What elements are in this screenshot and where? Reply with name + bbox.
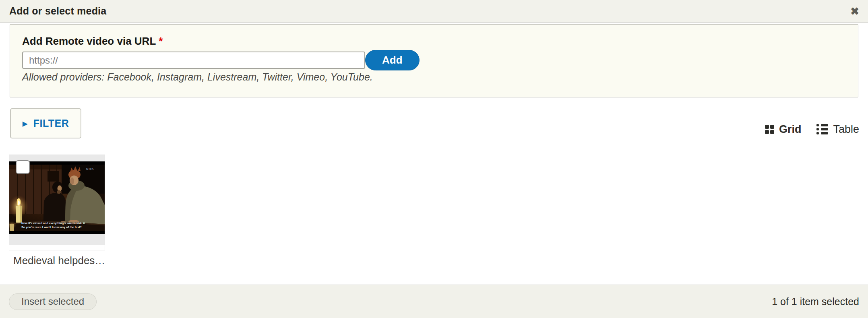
grid-view-label: Grid (779, 123, 802, 136)
media-item-name: Medieval helpdes… (13, 254, 105, 267)
filter-label: FILTER (33, 118, 69, 129)
allowed-providers-description: Allowed providers: Facebook, Instagram, … (22, 71, 373, 83)
url-field-label: Add Remote video via URL* (22, 35, 163, 47)
close-button[interactable]: ✖ (847, 5, 862, 17)
subtitle-line-1: Now it's closed and everything's save in… (21, 221, 86, 225)
view-toggle-table[interactable]: Table (816, 123, 859, 136)
view-toggle-grid[interactable]: Grid (765, 123, 802, 136)
disclosure-triangle-icon: ▶ (23, 120, 28, 127)
close-icon: ✖ (850, 5, 859, 17)
selection-status: 1 of 1 item selected (772, 296, 859, 308)
grid-icon (765, 125, 774, 134)
url-field-label-text: Add Remote video via URL (22, 35, 156, 47)
dialog-header: Add or select media ✖ (0, 0, 868, 23)
remote-video-url-input[interactable] (22, 52, 365, 69)
add-remote-video-panel: Add Remote video via URL* Add Allowed pr… (10, 24, 858, 97)
media-item-card[interactable]: NRK Now it's closed and everything's sav… (9, 155, 105, 250)
add-button[interactable]: Add (365, 50, 420, 70)
subtitle-line-2: So you're sure I won't loose any of the … (21, 225, 82, 229)
dialog-title: Add or select media (9, 5, 106, 17)
broadcaster-logo-text: NRK (86, 167, 94, 171)
table-list-icon (816, 124, 828, 134)
table-view-label: Table (833, 123, 859, 136)
media-item-preview: NRK Now it's closed and everything's sav… (9, 155, 105, 245)
filter-toggle[interactable]: ▶ FILTER (10, 108, 81, 138)
media-library-dialog: Add or select media ✖ Add Remote video v… (0, 0, 868, 318)
insert-selected-button[interactable]: Insert selected (9, 293, 97, 310)
view-toggles: Grid Table (765, 121, 859, 137)
required-marker: * (159, 35, 163, 47)
media-item-checkbox[interactable] (16, 160, 30, 174)
dialog-footer: Insert selected 1 of 1 item selected (0, 285, 868, 318)
